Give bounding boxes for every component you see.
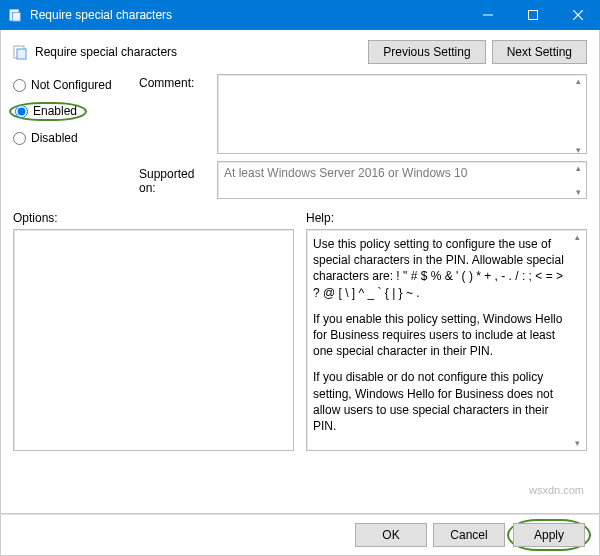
comment-input[interactable]: [217, 74, 587, 154]
minimize-button[interactable]: [465, 0, 510, 30]
maximize-button[interactable]: [510, 0, 555, 30]
radio-enabled[interactable]: Enabled: [15, 104, 77, 118]
radio-not-configured[interactable]: Not Configured: [13, 78, 133, 92]
radio-not-configured-label: Not Configured: [31, 78, 112, 92]
help-text: Use this policy setting to configure the…: [313, 236, 568, 301]
supported-on-box: At least Windows Server 2016 or Windows …: [217, 161, 587, 199]
next-setting-button[interactable]: Next Setting: [492, 40, 587, 64]
content-area: Require special characters Previous Sett…: [0, 30, 600, 514]
scrollbar[interactable]: ▴▾: [569, 232, 585, 448]
help-text: If you enable this policy setting, Windo…: [313, 311, 568, 360]
scrollbar[interactable]: ▴▾: [570, 163, 586, 197]
titlebar: Require special characters: [0, 0, 600, 30]
help-label: Help:: [306, 211, 587, 225]
options-panel: [13, 229, 294, 451]
apply-button[interactable]: Apply: [513, 523, 585, 547]
radio-not-configured-input[interactable]: [13, 79, 26, 92]
cancel-button[interactable]: Cancel: [433, 523, 505, 547]
supported-label: Supported on:: [139, 161, 211, 195]
window-title: Require special characters: [30, 8, 465, 22]
radio-enabled-label: Enabled: [33, 104, 77, 118]
policy-name: Require special characters: [35, 45, 177, 59]
svg-rect-1: [13, 12, 21, 21]
help-panel: Use this policy setting to configure the…: [306, 229, 587, 451]
footer: OK Cancel Apply: [0, 514, 600, 556]
options-label: Options:: [13, 211, 294, 225]
ok-button[interactable]: OK: [355, 523, 427, 547]
radio-disabled-label: Disabled: [31, 131, 78, 145]
close-button[interactable]: [555, 0, 600, 30]
radio-disabled[interactable]: Disabled: [13, 131, 133, 145]
radio-disabled-input[interactable]: [13, 132, 26, 145]
scrollbar[interactable]: ▴▾: [570, 76, 586, 155]
svg-rect-3: [528, 11, 537, 20]
policy-icon: [8, 7, 24, 23]
svg-rect-7: [17, 49, 26, 59]
radio-enabled-input[interactable]: [15, 105, 28, 118]
policy-header: Require special characters: [13, 44, 368, 60]
previous-setting-button[interactable]: Previous Setting: [368, 40, 485, 64]
comment-label: Comment:: [139, 74, 211, 90]
policy-icon: [13, 44, 29, 60]
help-text: If you disable or do not configure this …: [313, 369, 568, 434]
